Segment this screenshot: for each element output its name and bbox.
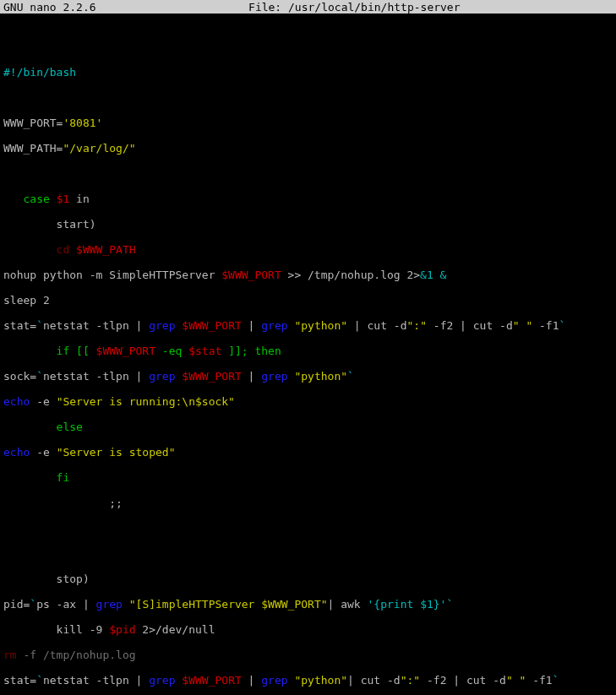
code-line [3, 167, 613, 180]
nano-title-bar: GNU nano 2.2.6 File: /usr/local/bin/http… [0, 0, 616, 14]
code-line: if [[ $WWW_PORT -eq $stat ]]; then [3, 345, 613, 357]
code-line: #!/bin/bash [3, 66, 613, 79]
nano-app-name: GNU nano 2.2.6 [3, 2, 96, 13]
code-line: ;; [3, 497, 613, 509]
code-line: rm -f /tmp/nohup.log [3, 649, 613, 661]
code-line [3, 547, 613, 560]
code-line [3, 41, 613, 53]
code-line: stat=`netstat -tlpn | grep $WWW_PORT | g… [3, 674, 613, 687]
code-line: stop) [3, 573, 613, 585]
code-line [3, 91, 613, 104]
code-line: fi [3, 471, 613, 484]
code-line: cd $WWW_PATH [3, 243, 613, 256]
code-line: WWW_PORT='8081' [3, 117, 613, 129]
code-line: WWW_PATH="/var/log/" [3, 142, 613, 155]
code-line: start) [3, 218, 613, 231]
nano-file-name: File: /usr/local/bin/http-server [248, 2, 460, 13]
code-line: echo -e "Server is running:\n$sock" [3, 395, 613, 408]
code-line: sleep 2 [3, 294, 613, 307]
code-line: else [3, 421, 613, 433]
code-line: case $1 in [3, 193, 613, 205]
editor-viewport[interactable]: #!/bin/bash WWW_PORT='8081' WWW_PATH="/v… [0, 14, 616, 695]
code-line: kill -9 $pid 2>/dev/null [3, 623, 613, 636]
code-line [3, 522, 613, 535]
code-line: echo -e "Server is stoped" [3, 446, 613, 459]
code-line: pid=`ps -ax | grep "[S]impleHTTPServer $… [3, 598, 613, 611]
code-line: stat=`netstat -tlpn | grep $WWW_PORT | g… [3, 319, 613, 332]
code-line: nohup python -m SimpleHTTPServer $WWW_PO… [3, 269, 613, 281]
code-line: sock=`netstat -tlpn | grep $WWW_PORT | g… [3, 370, 613, 383]
